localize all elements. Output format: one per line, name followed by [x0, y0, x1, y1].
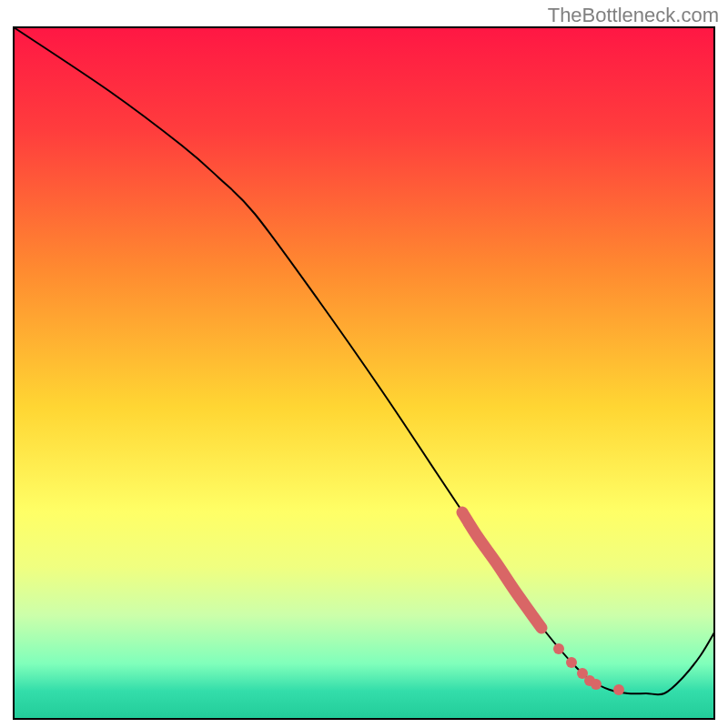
data-point — [553, 643, 564, 654]
data-point — [566, 657, 577, 668]
bottleneck-chart: TheBottleneck.com — [0, 0, 728, 728]
watermark-text: TheBottleneck.com — [548, 4, 719, 27]
data-point — [591, 679, 602, 690]
data-point — [613, 684, 624, 695]
plot-background — [14, 27, 714, 719]
chart-svg — [0, 0, 728, 728]
